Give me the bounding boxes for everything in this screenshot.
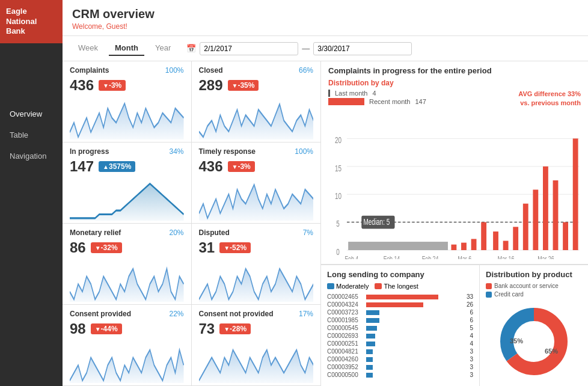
ls-id-4: C00000545 [327, 325, 366, 331]
sidebar-logo-text: Eagle National Bank [6, 7, 37, 37]
metric-pct-2: 34% [169, 147, 183, 156]
svg-text:Feb 14: Feb 14 [384, 254, 400, 259]
sparkline-1 [199, 96, 314, 139]
date-from-input[interactable] [200, 42, 298, 55]
last-month-label: Last month [335, 90, 367, 97]
metric-header-2: In progress 34% [70, 147, 184, 156]
credit-label: Credit card [494, 291, 524, 298]
metric-pct-3: 100% [295, 147, 313, 156]
svg-text:Mar 6: Mar 6 [458, 254, 472, 259]
svg-text:20: 20 [335, 135, 341, 145]
metric-value-row-6: 98 -44% [70, 320, 184, 337]
svg-text:0: 0 [336, 247, 340, 257]
tab-week[interactable]: Week [72, 41, 104, 56]
metric-value-4: 86 [70, 239, 86, 256]
tab-year[interactable]: Year [149, 41, 177, 56]
metric-value-row-4: 86 -32% [70, 239, 184, 256]
avg-diff-pct: 33% [568, 90, 581, 97]
ls-val-9: 3 [461, 364, 473, 370]
metric-label-7: Consent not provided [199, 310, 274, 318]
ls-bars-7 [366, 349, 461, 354]
ls-legend-moderate: Moderately [327, 283, 369, 290]
svg-marker-5 [199, 269, 314, 302]
toolbar: Week Month Year 📅 — [63, 36, 588, 61]
right-panel: Complaints in progress for the entire pe… [321, 61, 588, 386]
page-subtitle: Welcome, Guest! [72, 22, 578, 31]
ls-id-5: C00002693 [327, 332, 366, 339]
metric-badge-5: -52% [219, 242, 251, 253]
svg-rect-34 [573, 138, 578, 250]
svg-rect-32 [553, 180, 559, 250]
metric-card-0: Complaints 100% 436 -3% [63, 61, 192, 142]
ls-id-1: C00004324 [327, 301, 366, 308]
metrics-grid: Complaints 100% 436 -3% Closed 66% [63, 61, 321, 386]
sidebar-item-table[interactable]: Table [0, 124, 63, 146]
metric-header-4: Monetary relief 20% [70, 228, 184, 237]
ls-bars-5 [366, 334, 461, 339]
ls-bars-4 [366, 326, 461, 331]
ls-id-9: C00003952 [327, 364, 366, 370]
metric-header-7: Consent not provided 17% [199, 310, 314, 318]
svg-rect-29 [523, 203, 528, 250]
metric-pct-5: 7% [303, 228, 313, 237]
recent-month-val: 147 [415, 98, 426, 105]
svg-marker-2 [70, 183, 184, 221]
ls-id-8: C00004260 [327, 356, 366, 363]
metric-value-3: 436 [199, 158, 223, 175]
svg-text:Feb 24: Feb 24 [422, 254, 439, 259]
metric-card-4: Monetary relief 20% 86 -32% [63, 224, 192, 305]
credit-dot [486, 292, 492, 298]
ls-bar-mod-7 [366, 349, 373, 354]
complaints-title: Complaints in progress for the entire pe… [328, 66, 581, 75]
svg-text:65%: 65% [545, 348, 558, 355]
svg-text:10: 10 [335, 191, 341, 201]
metric-label-4: Monetary relief [70, 228, 121, 237]
ls-bars-6 [366, 342, 461, 346]
svg-text:Feb 4: Feb 4 [345, 254, 359, 259]
metric-value-5: 31 [199, 239, 215, 256]
svg-text:15: 15 [335, 164, 341, 173]
metric-header-1: Closed 66% [199, 66, 314, 75]
ls-val-8: 3 [461, 356, 473, 363]
metric-pct-7: 17% [299, 310, 313, 318]
metric-header-5: Disputed 7% [199, 228, 314, 237]
date-to-input[interactable] [313, 42, 412, 55]
ls-val-2: 6 [461, 309, 473, 316]
complaints-chart: 0 5 10 15 20 Median: [328, 111, 581, 259]
metric-value-6: 98 [70, 320, 86, 337]
svg-text:Mar 16: Mar 16 [498, 254, 515, 259]
ls-id-10: C00000500 [327, 372, 366, 378]
metric-label-6: Consent provided [70, 310, 131, 318]
svg-rect-31 [543, 167, 548, 250]
ls-bars-8 [366, 357, 461, 362]
bottom-right: Long sending to company Moderately The l… [321, 265, 588, 386]
metric-label-5: Disputed [199, 228, 230, 237]
metric-badge-0: -3% [99, 80, 126, 91]
sidebar-item-navigation[interactable]: Navigation [0, 146, 63, 167]
metric-header-6: Consent provided 22% [70, 310, 184, 318]
ls-row-9: C00003952 3 [327, 364, 473, 370]
metric-card-5: Disputed 7% 31 -52% [192, 224, 321, 305]
svg-rect-22 [451, 244, 456, 250]
moderate-color [327, 283, 334, 289]
ls-legend-longest: The longest [375, 283, 418, 290]
sparkline-2 [70, 177, 184, 221]
ls-row-6: C00000251 4 [327, 340, 473, 347]
tab-month[interactable]: Month [109, 41, 144, 56]
ls-legend: Moderately The longest [327, 283, 473, 290]
metric-card-1: Closed 66% 289 -35% [192, 61, 321, 142]
long-sending-section: Long sending to company Moderately The l… [321, 265, 480, 386]
ls-row-10: C00000500 3 [327, 372, 473, 378]
calendar-icon: 📅 [186, 44, 196, 53]
ls-val-1: 26 [461, 301, 473, 308]
svg-text:Median: 5: Median: 5 [364, 217, 390, 227]
sidebar-item-overview[interactable]: Overview [0, 103, 63, 124]
ls-bars-0 [366, 295, 461, 299]
bank-dot [486, 283, 492, 289]
legend-bank: Bank account or service [486, 283, 582, 289]
ls-bars-9 [366, 365, 461, 370]
metric-pct-4: 20% [169, 228, 183, 237]
metric-value-0: 436 [70, 77, 94, 94]
ls-id-7: C00004821 [327, 348, 366, 355]
ls-val-0: 33 [461, 293, 473, 300]
